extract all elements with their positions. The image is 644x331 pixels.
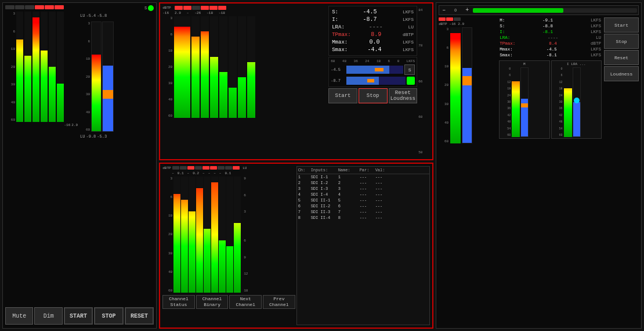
table-row: 8 SDI II-4 8 --- --- — [297, 215, 429, 221]
tm-meter-8 — [247, 16, 255, 118]
tm-ind-5 — [209, 6, 218, 10]
channel-binary-button[interactable]: ChannelBinary — [196, 295, 229, 309]
ind-5 — [45, 5, 54, 9]
next-channel-button[interactable]: NextChannel — [229, 295, 262, 309]
tm-ind-2 — [183, 6, 191, 10]
table-row: 4 SDI I-4 4 --- --- — [297, 192, 429, 197]
i-bar-row: -8.7 — [331, 77, 415, 85]
stat-I: I: -8.7 LKFS — [331, 16, 415, 23]
top-middle-panel: dBTP -16 2.9 – –26 –18 –18 — [159, 2, 433, 160]
mute-button[interactable]: Mute — [5, 307, 33, 325]
left-panel: 361020304060 — [2, 2, 157, 329]
r-stop-button[interactable]: Stop — [604, 34, 639, 49]
bm-ind-3 — [187, 166, 194, 170]
meter-bar-6 — [57, 12, 64, 122]
bm-bar-4 — [196, 177, 203, 293]
meters-left-1 — [16, 12, 64, 122]
reset-loudness-button[interactable]: Reset Loudness — [389, 88, 418, 103]
channel-table: Ch: Inputs: Name: Par: Val: 1 SDI I-1 1 … — [296, 166, 430, 325]
s-bar-row: -4.5 S — [331, 64, 415, 75]
bm-bar-6 — [211, 177, 218, 293]
left-top-meters: 361020304060 — [5, 5, 154, 305]
stat-LRA: LRA: ---- LU — [331, 23, 415, 31]
ind-1 — [5, 5, 15, 9]
r-ind-2 — [446, 17, 453, 21]
tm-meter-5 — [219, 16, 227, 118]
slider-track[interactable] — [473, 8, 637, 13]
i-lra-meter-small: I LRA ... 06121824303642485460 — [551, 60, 602, 139]
meter-bar-4 — [41, 12, 48, 122]
bottom-meter-bars: 361020304060 — [162, 177, 295, 293]
top-middle-header: dBTP — [162, 6, 325, 10]
m-bar-1-small — [512, 67, 520, 137]
right-main-content: dBTP –16 2.9 361020304060 — [439, 17, 639, 326]
r-loudness-button[interactable]: Loudness — [604, 66, 639, 81]
prev-channel-button[interactable]: PrevChannel — [263, 295, 295, 309]
stop-button[interactable]: Stop — [359, 88, 388, 103]
bm-ind-6 — [210, 166, 217, 170]
i-scale-small: 06121824303642485460 — [553, 67, 563, 137]
r-stat-S: S: -8.8 LKFS — [499, 23, 602, 29]
meter-labels-row-1: 361020304060 — [5, 12, 79, 122]
bm-scale-right: 963691218 — [243, 177, 249, 293]
i-bar-track — [346, 77, 406, 85]
bottom-meters-section: dBTP LU – 0.1 – 0.2 – — [162, 166, 295, 325]
r-stat-I: I: -8.1 LKFS — [499, 29, 602, 35]
s-bar-track — [346, 66, 403, 74]
right-sublabels: dBTP –16 2.9 — [439, 22, 497, 26]
start-button[interactable]: Start — [328, 88, 357, 103]
right-panel: – 0 + dBTP –16 2.9 — [436, 2, 642, 329]
channel-table-header: Ch: Inputs: Name: Par: Val: — [297, 167, 429, 174]
r-stat-M: M: -9.1 LKFS — [499, 17, 602, 23]
table-row: 3 SDI I-3 3 --- --- — [297, 186, 429, 192]
s-led — [148, 5, 154, 11]
cyan-indicator — [574, 98, 580, 103]
tm-scale: 361020304060 — [162, 16, 173, 118]
right-stats: M: -9.1 LKFS S: -8.8 LKFS I: -8.1 LKFS L… — [499, 17, 602, 326]
table-row: 2 SDI I-2 2 --- --- — [297, 180, 429, 186]
m-scale-small: 06121824303642485460 — [501, 67, 511, 137]
middle-column: dBTP -16 2.9 – –26 –18 –18 — [159, 2, 433, 329]
stat-Mmax: Mmax: 0.0 LKFS — [331, 38, 415, 46]
main-container: 361020304060 — [0, 0, 644, 331]
lu-values-2: LU -9.8 -5.3 — [80, 134, 154, 139]
right-scale: 84 78 66 60 50 — [418, 6, 430, 157]
left-buttons: Mute Dim START STOP RESET — [5, 306, 154, 326]
bm-bar-5 — [204, 177, 211, 293]
i-bar-orange — [367, 79, 374, 82]
meter-bar-3 — [32, 12, 39, 122]
r-scale: 361020304060 — [439, 27, 449, 143]
r-bar-blue — [462, 27, 472, 143]
bm-ind-7 — [218, 166, 225, 170]
bm-ind-9 — [233, 166, 240, 170]
tm-meter-3 — [201, 16, 209, 118]
slider-section: – 0 + — [439, 5, 639, 15]
small-lu-meters: M 06121824303642485460 — [499, 60, 602, 139]
bm-bar-1 — [173, 177, 180, 293]
r-ind-3 — [454, 17, 461, 21]
loudness-stats: S: -4.5 LKFS I: -8.7 LKFS LRA: ---- LU — [328, 6, 417, 56]
left-meter-group-1: 361020304060 — [5, 5, 79, 305]
right-header-inds — [439, 17, 497, 21]
top-middle-meter-bars: 361020304060 — [162, 16, 325, 118]
tm-meter-7 — [238, 16, 246, 118]
main-start-button[interactable]: START — [64, 307, 93, 325]
right-meter-bars: 361020304060 — [439, 27, 497, 143]
main-reset-button[interactable]: RESET — [125, 307, 154, 325]
meter-bar-5 — [49, 12, 56, 122]
r-stat-LRA: LRA: ---- LU — [499, 35, 602, 41]
ind-3 — [25, 5, 34, 9]
scale-col-2: 361020304060 — [80, 21, 91, 132]
channel-status-button[interactable]: ChannelStatus — [162, 295, 195, 309]
lu-blue-meter — [102, 21, 114, 132]
i-bar-blue-small — [573, 67, 581, 137]
dim-button[interactable]: Dim — [34, 307, 62, 325]
r-start-button[interactable]: Start — [604, 17, 639, 33]
r-stat-TPmax: TPmax: 8.4 dBTP — [499, 41, 602, 46]
r-reset-button[interactable]: Reset — [604, 50, 639, 65]
top-middle-sublabels: -16 2.9 – –26 –18 –18 — [162, 11, 325, 15]
slider-fill — [473, 8, 563, 13]
lu-values: LU -5.4 -5.8 — [80, 13, 154, 18]
main-stop-button[interactable]: STOP — [94, 307, 123, 325]
ind-6 — [55, 5, 64, 9]
